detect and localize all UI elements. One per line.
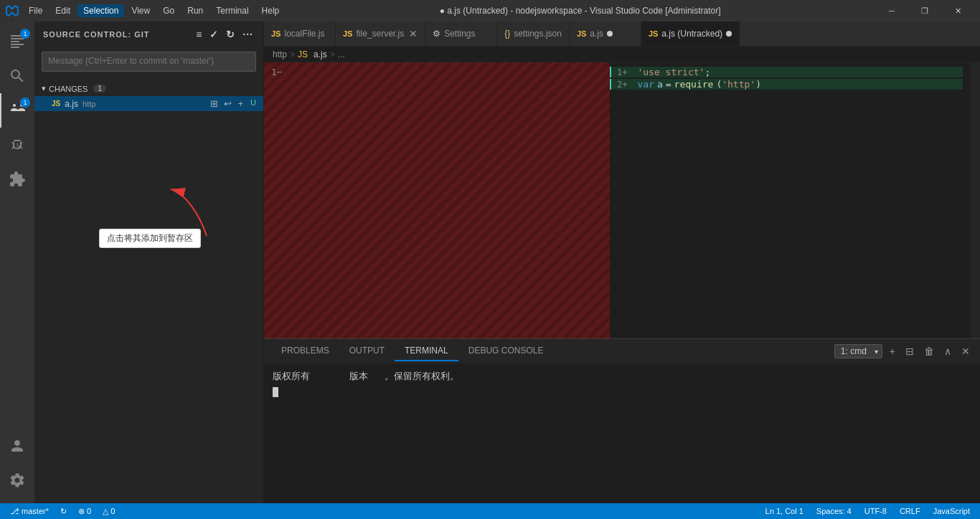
section-header-left: ▾ CHANGES 1 bbox=[42, 84, 106, 93]
status-language[interactable]: JavaScript bbox=[930, 507, 973, 515]
sidebar-title: SOURCE CONTROL: GIT bbox=[43, 30, 150, 39]
activity-search-icon[interactable] bbox=[0, 59, 34, 93]
terminal-instance-select[interactable]: 1: cmd bbox=[834, 344, 882, 358]
terminal-tabs-right: 1: cmd + ⊟ 🗑 ∧ ✕ bbox=[834, 344, 973, 358]
menu-go[interactable]: Go bbox=[157, 4, 180, 17]
changes-count: 1 bbox=[93, 85, 106, 92]
diff-keyword-var: var bbox=[637, 79, 654, 90]
tab-icon-settings-json: {} bbox=[504, 29, 510, 39]
tab-active-modified-dot bbox=[726, 31, 732, 37]
maximize-button[interactable]: ❐ bbox=[908, 0, 941, 22]
terminal-tab-terminal[interactable]: TERMINAL bbox=[395, 341, 458, 361]
tab-close-file-server[interactable]: ✕ bbox=[409, 28, 418, 39]
terminal-up-button[interactable]: ∧ bbox=[941, 344, 954, 358]
diff-var-a: a bbox=[657, 79, 663, 90]
changes-section: ▾ CHANGES 1 JS a.js http ⊞ ↩ + U bbox=[34, 78, 263, 114]
titlebar-controls: ─ ❐ ✕ bbox=[875, 0, 974, 22]
tab-settings[interactable]: ⚙ Settings bbox=[425, 22, 497, 46]
activity-extensions-icon[interactable] bbox=[0, 162, 34, 196]
sidebar-more-icon[interactable]: ··· bbox=[241, 27, 255, 42]
file-stage-icon[interactable]: + bbox=[236, 98, 245, 109]
titlebar-title: ● a.js (Untracked) - nodejsworkspace - V… bbox=[285, 6, 875, 16]
status-encoding[interactable]: UTF-8 bbox=[862, 507, 890, 515]
file-item-ajs[interactable]: JS a.js http ⊞ ↩ + U bbox=[34, 96, 263, 111]
titlebar-menu: File Edit Selection View Go Run Terminal… bbox=[23, 4, 285, 17]
close-button[interactable]: ✕ bbox=[941, 0, 974, 22]
file-discard-icon[interactable]: ↩ bbox=[222, 98, 233, 109]
tab-icon-settings: ⚙ bbox=[433, 29, 440, 39]
changes-section-header[interactable]: ▾ CHANGES 1 bbox=[34, 81, 263, 96]
editor-scrollbar[interactable] bbox=[970, 62, 980, 338]
breadcrumb-ajs-label: a.js bbox=[314, 49, 327, 59]
status-warnings[interactable]: △ 0 bbox=[100, 507, 118, 516]
sidebar-check-icon[interactable]: ✓ bbox=[208, 27, 220, 42]
status-lineending[interactable]: CRLF bbox=[897, 507, 923, 515]
menu-view[interactable]: View bbox=[126, 4, 156, 17]
commit-message-input[interactable] bbox=[42, 52, 256, 72]
minimize-button[interactable]: ─ bbox=[875, 0, 908, 22]
status-position[interactable]: Ln 1, Col 1 bbox=[763, 507, 806, 515]
tab-ajs[interactable]: JS a.js bbox=[570, 22, 641, 46]
activity-source-control-icon[interactable]: 1 bbox=[0, 93, 34, 128]
menu-help[interactable]: Help bbox=[256, 4, 286, 17]
tab-label-localfile: localFile.js bbox=[284, 29, 324, 39]
terminal-trash-button[interactable]: 🗑 bbox=[921, 344, 937, 358]
source-control-badge: 1 bbox=[20, 97, 30, 108]
tab-icon-file-server: JS bbox=[343, 29, 352, 38]
terminal-prompt-line bbox=[273, 386, 971, 397]
status-sync[interactable]: ↻ bbox=[57, 507, 70, 516]
terminal-text-copyright: 版权所有 bbox=[273, 371, 310, 381]
menu-edit[interactable]: Edit bbox=[50, 4, 76, 17]
diff-paren-close: ) bbox=[755, 79, 761, 90]
activity-account-icon[interactable] bbox=[0, 429, 34, 463]
status-left: ⎇ master* ↻ ⊗ 0 △ 0 bbox=[7, 507, 118, 516]
annotation-text: 点击将其添加到暂存区 bbox=[107, 233, 193, 243]
file-item-left: JS a.js http bbox=[52, 99, 95, 109]
status-errors[interactable]: ⊗ 0 bbox=[75, 507, 94, 516]
activity-debug-icon[interactable] bbox=[0, 128, 34, 162]
diff-string-http: 'http' bbox=[722, 79, 755, 90]
terminal-add-button[interactable]: + bbox=[887, 344, 898, 358]
tab-icon-ajs: JS bbox=[577, 29, 586, 38]
sidebar-refresh-icon[interactable]: ↻ bbox=[225, 27, 237, 42]
terminal-tab-output[interactable]: OUTPUT bbox=[339, 341, 395, 361]
titlebar-left: File Edit Selection View Go Run Terminal… bbox=[6, 4, 285, 17]
terminal-dropdown-wrap[interactable]: 1: cmd bbox=[834, 344, 882, 358]
menu-terminal[interactable]: Terminal bbox=[210, 4, 254, 17]
tab-settings-json[interactable]: {} settings.json bbox=[497, 22, 570, 46]
breadcrumb-sep2: > bbox=[330, 49, 335, 59]
file-open-changes-icon[interactable]: ⊞ bbox=[209, 98, 220, 109]
tab-localfile[interactable]: JS localFile.js bbox=[264, 22, 336, 46]
diff-line-num-left: 1− bbox=[271, 67, 283, 77]
annotation-tooltip: 点击将其添加到暂存区 bbox=[99, 229, 201, 248]
menu-selection[interactable]: Selection bbox=[77, 4, 124, 17]
tab-ajs-untracked[interactable]: JS a.js (Untracked) bbox=[641, 22, 740, 46]
terminal-split-button[interactable]: ⊟ bbox=[903, 344, 917, 358]
terminal-tab-debug[interactable]: DEBUG CONSOLE bbox=[458, 341, 554, 361]
activity-settings-icon[interactable] bbox=[0, 463, 34, 497]
breadcrumb-ajs: JS bbox=[298, 49, 308, 59]
terminal-tab-problems[interactable]: PROBLEMS bbox=[271, 341, 339, 361]
sidebar-list-icon[interactable]: ≡ bbox=[194, 27, 204, 42]
diff-code-semi-1: ; bbox=[705, 67, 710, 77]
terminal-close-button[interactable]: ✕ bbox=[958, 344, 973, 358]
menu-run[interactable]: Run bbox=[182, 4, 209, 17]
activity-bar: 1 1 bbox=[0, 22, 34, 503]
diff-code-string-1: 'use strict' bbox=[637, 67, 705, 77]
diff-line-num-1: 1+ bbox=[617, 67, 627, 77]
menu-file[interactable]: File bbox=[23, 4, 48, 17]
sidebar-header-icons: ≡ ✓ ↻ ··· bbox=[194, 27, 255, 42]
tab-file-server[interactable]: JS file_server.js ✕ bbox=[336, 22, 425, 46]
status-branch[interactable]: ⎇ master* bbox=[7, 507, 52, 516]
tab-label-ajs: a.js bbox=[590, 29, 603, 39]
main-layout: 1 1 SOURCE CONTROL: GIT ≡ bbox=[0, 22, 980, 503]
editor-area: JS localFile.js JS file_server.js ✕ ⚙ Se… bbox=[264, 22, 980, 503]
activity-explorer-icon[interactable]: 1 bbox=[0, 24, 34, 59]
terminal-content[interactable]: 版权所有 版本 。保留所有权利。 bbox=[264, 364, 980, 503]
vscode-logo-icon bbox=[6, 4, 19, 17]
terminal-panel: PROBLEMS OUTPUT TERMINAL DEBUG CONSOLE 1… bbox=[264, 338, 980, 503]
breadcrumb-sep1: > bbox=[290, 49, 295, 59]
diff-left-line-content: 1− bbox=[264, 62, 296, 82]
terminal-text-version: 版本 bbox=[349, 371, 368, 381]
status-spaces[interactable]: Spaces: 4 bbox=[814, 507, 854, 515]
